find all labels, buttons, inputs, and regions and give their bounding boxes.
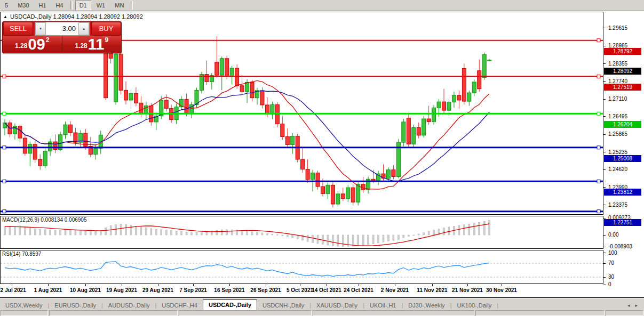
- candle-body: [114, 54, 118, 102]
- macd-bar: [115, 224, 117, 235]
- volume-stepper: ▼ 3.00 ▲: [35, 22, 90, 36]
- toolbar-separator: [131, 1, 133, 10]
- price-tick-label: 1.25865: [608, 131, 627, 137]
- date-label: 16 Sep 2021: [214, 287, 244, 293]
- macd-bar: [231, 230, 233, 235]
- rsi-line: [5, 262, 489, 277]
- macd-label: MACD(12,26,9) 0.008134 0.006905: [2, 217, 86, 223]
- macd-tick-label: 0.009373: [608, 215, 631, 221]
- date-label: 5 Oct 2021: [287, 287, 313, 293]
- sell-price[interactable]: 1.28 09 2: [3, 36, 62, 52]
- line-handle[interactable]: [3, 210, 6, 213]
- line-handle[interactable]: [597, 210, 600, 213]
- date-label: 2 Nov 2021: [381, 287, 409, 293]
- line-handle[interactable]: [3, 75, 6, 78]
- tab-xauusd-daily[interactable]: XAUUSD-,Daily: [311, 301, 363, 310]
- candle-body: [134, 93, 138, 103]
- status-pane: [313, 310, 474, 316]
- tab-dj30-weekly[interactable]: DJ30-,Weekly: [403, 301, 450, 310]
- line-handle[interactable]: [597, 180, 600, 183]
- macd-tick: [603, 218, 606, 218]
- rsi-pane[interactable]: RSI(14) 70.8597: [0, 250, 603, 284]
- macd-bar: [372, 235, 374, 244]
- timeframe-button-h4[interactable]: H4: [52, 1, 68, 10]
- volume-input[interactable]: 3.00: [46, 23, 78, 35]
- macd-bar: [292, 235, 293, 238]
- timeframe-button-w1[interactable]: W1: [92, 1, 110, 10]
- candle-body: [392, 170, 395, 177]
- timeframe-button-m30[interactable]: M30: [13, 1, 33, 10]
- macd-bar: [65, 231, 66, 236]
- sell-button[interactable]: SELL: [3, 22, 33, 36]
- line-handle[interactable]: [3, 180, 6, 183]
- macd-bar: [79, 231, 81, 235]
- price-tick: [603, 169, 606, 170]
- macd-bar: [312, 235, 314, 242]
- line-handle[interactable]: [3, 112, 6, 115]
- date-tick: [158, 284, 158, 286]
- macd-bar: [54, 230, 56, 235]
- candle-body: [240, 86, 244, 92]
- macd-canvas: [1, 216, 603, 248]
- tab-scroll-left-icon[interactable]: ◂: [627, 301, 630, 310]
- macd-pane[interactable]: MACD(12,26,9) 0.008134 0.006905: [0, 216, 603, 249]
- candle-body: [361, 184, 365, 190]
- line-handle[interactable]: [597, 112, 600, 115]
- candle-body: [316, 173, 320, 187]
- timeframe-button-d1[interactable]: D1: [75, 1, 91, 10]
- date-label: 29 Aug 2021: [142, 287, 173, 293]
- candle-body: [285, 137, 289, 145]
- price-tick: [603, 116, 606, 117]
- macd-bar: [433, 230, 435, 235]
- tab-usdcnh-daily[interactable]: USDCNH-,Daily: [257, 301, 309, 310]
- candle-body: [265, 105, 269, 114]
- timeframe-button-5[interactable]: 5: [1, 1, 12, 10]
- macd-bar: [130, 225, 132, 235]
- line-handle[interactable]: [597, 146, 600, 149]
- date-label: 1 Aug 2021: [34, 287, 62, 293]
- macd-bar: [489, 220, 490, 235]
- macd-bar: [428, 231, 430, 235]
- candle-body: [68, 125, 72, 133]
- price-tick: [603, 187, 606, 188]
- macd-bar: [19, 228, 21, 235]
- date-label: 21 Nov 2021: [452, 287, 483, 293]
- tab-usdcad-daily[interactable]: USDCAD-,Daily: [203, 299, 257, 310]
- macd-bar: [206, 232, 208, 235]
- macd-bar: [60, 230, 61, 235]
- candle-body: [301, 159, 305, 169]
- tab-usdchf-h4[interactable]: USDCHF-,H4: [156, 301, 203, 310]
- chart-window[interactable]: ▲ USDCAD-,Daily 1.28094 1.28094 1.28092 …: [0, 11, 644, 298]
- line-handle[interactable]: [597, 75, 600, 78]
- tab-uk100-daily[interactable]: UK100-,Daily: [451, 301, 497, 310]
- price-tick-label: 1.27110: [608, 96, 627, 102]
- macd-bar: [69, 231, 71, 236]
- candle-body: [250, 82, 254, 98]
- macd-bar: [24, 228, 26, 235]
- candle-body: [482, 54, 486, 77]
- timeframe-button-mn[interactable]: MN: [110, 1, 128, 10]
- date-tick: [193, 284, 194, 286]
- rsi-tick-label: 0: [608, 281, 611, 287]
- date-tick: [502, 284, 502, 286]
- date-label: 11 Nov 2021: [417, 287, 447, 293]
- candle-body: [119, 54, 123, 90]
- tab-usdx-weekly[interactable]: USDX,Weekly: [0, 301, 47, 310]
- volume-decrease-button[interactable]: ▼: [35, 22, 46, 35]
- line-handle[interactable]: [597, 39, 600, 42]
- macd-bar: [468, 224, 470, 235]
- tab-ukoil-h1[interactable]: UKOil-,H1: [364, 301, 402, 310]
- macd-bar: [171, 231, 172, 236]
- timeframe-button-h1[interactable]: H1: [35, 1, 51, 10]
- tab-eurusd-daily[interactable]: EURUSD-,Daily: [49, 301, 101, 310]
- collapse-arrow-icon[interactable]: ▲: [3, 14, 7, 19]
- status-pane: [1, 310, 48, 316]
- line-handle[interactable]: [3, 146, 6, 149]
- tab-scroll-right-icon[interactable]: ▸: [635, 301, 638, 310]
- candle-body: [33, 144, 37, 159]
- tab-audusd-daily[interactable]: AUDUSD-,Daily: [103, 301, 155, 310]
- volume-increase-button[interactable]: ▲: [78, 22, 89, 35]
- macd-bar: [463, 225, 465, 235]
- buy-button[interactable]: BUY: [91, 22, 121, 36]
- buy-price[interactable]: 1.28 11 9: [62, 36, 122, 52]
